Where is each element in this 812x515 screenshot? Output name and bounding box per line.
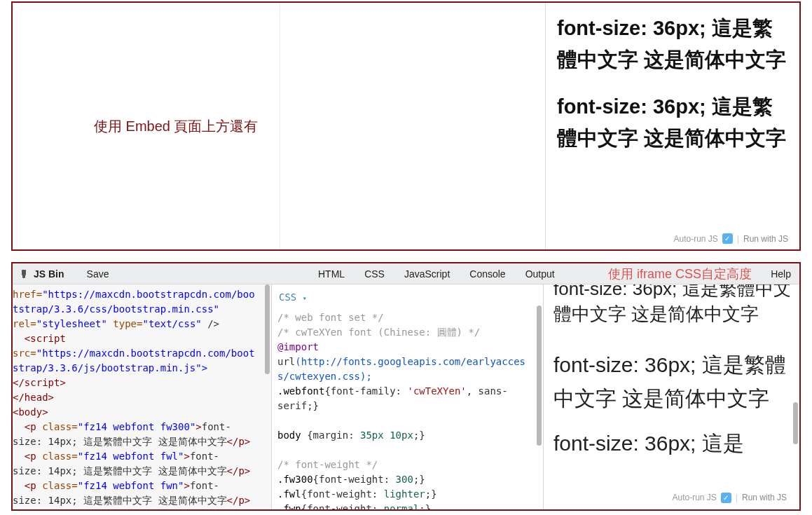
html-scrollbar[interactable] [265,284,270,374]
auto-run-label: Auto-run JS [673,234,717,244]
embed-output-pane: font-size: 36px; 這是繁體中文字 这是简体中文字 font-si… [546,3,799,249]
embed-frame: 使用 Embed 頁面上方還有 font-size: 36px; 這是繁體中文字… [11,1,801,251]
tab-css[interactable]: CSS [355,263,394,284]
css-mode-dropdown[interactable]: CSS ▾ [277,287,537,310]
run-with-js-button[interactable]: Run with JS [743,234,788,244]
tab-console[interactable]: Console [460,263,515,284]
output-sample-1: font-size: 36px; 這是繁體中文字 这是简体中文字 [557,13,788,76]
jsbin-logo-icon [18,268,29,280]
auto-run-checkbox[interactable]: ✓ [721,493,731,503]
run-with-js-button[interactable]: Run with JS [742,491,787,504]
tab-html[interactable]: HTML [308,263,355,284]
auto-run-bar-bottom: Auto-run JS ✓ | Run with JS [669,490,790,505]
editor-panes: href="https://maxcdn.bootstrapcdn.com/bo… [13,284,799,509]
tab-javascript[interactable]: JavaScript [394,263,460,284]
panel-tabs: HTML CSS JavaScript Console Output [308,263,565,284]
tab-output[interactable]: Output [516,263,565,284]
jsbin-title: JS Bin [34,268,64,280]
css-scrollbar[interactable] [537,305,542,446]
output-scrollbar[interactable] [793,402,798,444]
output-line-1: font-size: 36px; 這是繁體中文字 这是简体中文字 [553,348,790,416]
auto-run-checkbox[interactable]: ✓ [722,233,733,244]
save-menu[interactable]: Save [80,268,116,280]
iframe-caption: 使用 iframe CSS自定高度 [608,266,752,282]
css-editor[interactable]: CSS ▾/* web font set */ /* cwTeXYen font… [272,284,544,509]
help-menu[interactable]: Help [771,268,791,280]
jsbin-menubar: JS Bin Save HTML CSS JavaScript Console … [13,263,799,284]
svg-rect-0 [22,270,26,275]
output-line-top2: 體中文字 这是简体中文字 [553,301,790,327]
auto-run-label: Auto-run JS [672,491,716,504]
separator: | [736,491,738,504]
output-pane: font-size: 36px; 這是繁體中文字 这是简体中文字 體中文字 这是… [544,284,799,509]
output-sample-2: font-size: 36px; 這是繁體中文字 这是简体中文字 [557,91,788,154]
output-partial-top: font-size: 36px; 這是繁體中文字 这是简体中文字 [553,284,790,301]
vertical-divider [280,3,280,249]
chevron-down-icon: ▾ [303,294,307,302]
html-editor[interactable]: href="https://maxcdn.bootstrapcdn.com/bo… [13,284,272,509]
auto-run-bar: Auto-run JS ✓ | Run with JS [673,233,788,244]
embed-left-area: 使用 Embed 頁面上方還有 [13,3,546,249]
iframe-frame: JS Bin Save HTML CSS JavaScript Console … [11,262,801,511]
separator: | [737,234,739,244]
embed-caption: 使用 Embed 頁面上方還有 [94,117,258,136]
output-line-2: font-size: 36px; 這是 [553,430,790,457]
